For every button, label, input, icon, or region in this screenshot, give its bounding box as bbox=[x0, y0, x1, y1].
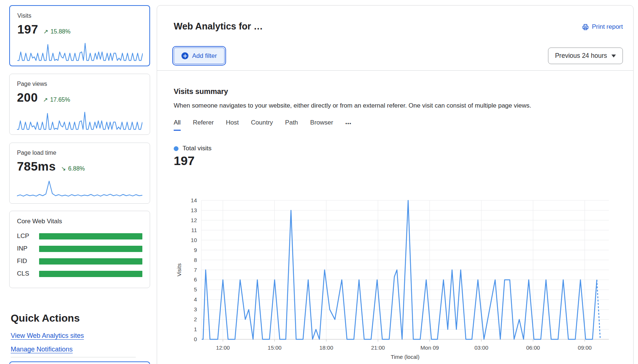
svg-text:06:00: 06:00 bbox=[526, 344, 540, 351]
stat-card-page-load-time[interactable]: Page load time 785ms ↘ 6.88% bbox=[9, 143, 150, 204]
page-views-sparkline bbox=[17, 111, 142, 130]
svg-text:0: 0 bbox=[194, 336, 197, 342]
vital-label: FID bbox=[17, 258, 39, 265]
tab-browser[interactable]: Browser bbox=[310, 119, 333, 131]
trend-percent: 15.88% bbox=[51, 28, 70, 35]
svg-text:11: 11 bbox=[191, 227, 197, 233]
tab-country[interactable]: Country bbox=[251, 119, 273, 131]
time-range-label: Previous 24 hours bbox=[555, 52, 607, 60]
tab-path[interactable]: Path bbox=[285, 119, 298, 131]
svg-text:3: 3 bbox=[194, 306, 197, 312]
svg-text:Visits: Visits bbox=[176, 263, 182, 277]
stat-card-trend: ↗ 15.88% bbox=[44, 28, 71, 35]
trend-down-icon: ↘ bbox=[61, 165, 66, 172]
vital-bar-lcp bbox=[39, 233, 142, 239]
stat-card-trend: ↗ 17.65% bbox=[43, 96, 70, 103]
core-web-vitals-card: Core Web Vitals LCP INP FID CLS bbox=[9, 211, 150, 288]
svg-text:1: 1 bbox=[194, 326, 197, 332]
main-panel: Web Analytics for … Print report Add fil… bbox=[157, 5, 634, 364]
visits-summary-title: Visits summary bbox=[174, 87, 228, 96]
svg-text:10: 10 bbox=[191, 237, 197, 243]
stat-card-value-row: 200 ↗ 17.65% bbox=[17, 91, 142, 105]
divider bbox=[11, 357, 136, 357]
tab-more-ellipsis-icon[interactable]: ••• bbox=[345, 121, 351, 131]
partial-card-top-edge bbox=[9, 361, 150, 364]
svg-text:12: 12 bbox=[191, 217, 197, 223]
vital-label: CLS bbox=[17, 270, 39, 277]
stat-card-value-row: 785ms ↘ 6.88% bbox=[17, 160, 142, 174]
svg-text:5: 5 bbox=[194, 286, 197, 293]
tab-all[interactable]: All bbox=[174, 119, 181, 131]
svg-text:14: 14 bbox=[191, 197, 197, 203]
visits-sparkline bbox=[17, 42, 143, 61]
svg-text:03:00: 03:00 bbox=[474, 344, 488, 351]
stat-card-value-row: 197 ↗ 15.88% bbox=[17, 22, 142, 36]
svg-text:15:00: 15:00 bbox=[268, 344, 282, 351]
plus-circle-icon bbox=[181, 52, 188, 59]
stat-card-label: Visits bbox=[17, 13, 142, 19]
vital-label: INP bbox=[17, 245, 39, 252]
chart-legend: Total visits bbox=[174, 145, 211, 152]
vital-row-lcp: LCP bbox=[17, 232, 142, 240]
vital-row-fid: FID bbox=[17, 258, 142, 265]
visits-line-chart: 0123456789101112131412:0015:0018:0021:00… bbox=[174, 190, 631, 361]
tab-host[interactable]: Host bbox=[226, 119, 239, 131]
printer-icon bbox=[582, 24, 589, 31]
vital-label: LCP bbox=[17, 232, 39, 240]
add-filter-label: Add filter bbox=[192, 52, 217, 60]
print-report-button[interactable]: Print report bbox=[582, 23, 623, 31]
visits-summary-description: When someone navigates to your website, … bbox=[174, 102, 531, 109]
link-view-web-analytics-sites[interactable]: View Web Analytics sites bbox=[11, 332, 84, 340]
svg-text:Mon 09: Mon 09 bbox=[420, 344, 439, 351]
add-filter-button[interactable]: Add filter bbox=[174, 48, 225, 64]
total-visits-value: 197 bbox=[174, 154, 195, 168]
legend-dot-icon bbox=[174, 146, 178, 151]
stat-card-label: Page load time bbox=[17, 150, 142, 156]
trend-percent: 6.88% bbox=[68, 165, 85, 172]
svg-text:9: 9 bbox=[194, 247, 197, 253]
svg-text:12:00: 12:00 bbox=[216, 344, 230, 351]
svg-text:21:00: 21:00 bbox=[371, 344, 385, 351]
page-title: Web Analytics for … bbox=[174, 21, 263, 32]
tab-referer[interactable]: Referer bbox=[193, 119, 214, 131]
link-manage-notifications[interactable]: Manage Notifications bbox=[11, 346, 73, 353]
svg-text:13: 13 bbox=[191, 207, 197, 213]
page-load-time-sparkline bbox=[17, 180, 142, 199]
stat-card-value: 785ms bbox=[17, 160, 56, 174]
svg-text:4: 4 bbox=[194, 296, 197, 302]
quick-actions-title: Quick Actions bbox=[11, 312, 80, 324]
stat-card-visits[interactable]: Visits 197 ↗ 15.88% bbox=[9, 5, 150, 66]
stat-card-page-views[interactable]: Page views 200 ↗ 17.65% bbox=[9, 74, 150, 135]
vital-row-cls: CLS bbox=[17, 270, 142, 277]
divider bbox=[157, 70, 633, 71]
trend-percent: 17.65% bbox=[50, 97, 70, 103]
print-report-label: Print report bbox=[592, 23, 623, 31]
summary-tabs: All Referer Host Country Path Browser ••… bbox=[174, 119, 351, 131]
time-range-dropdown[interactable]: Previous 24 hours bbox=[548, 48, 623, 64]
chevron-down-icon bbox=[611, 55, 616, 57]
svg-text:2: 2 bbox=[194, 316, 197, 322]
stat-card-value: 200 bbox=[17, 91, 38, 105]
svg-text:18:00: 18:00 bbox=[319, 344, 333, 351]
svg-text:7: 7 bbox=[194, 267, 197, 273]
vital-bar-inp bbox=[39, 246, 142, 252]
vital-bar-cls bbox=[39, 271, 142, 277]
stat-card-trend: ↘ 6.88% bbox=[61, 165, 85, 172]
legend-label: Total visits bbox=[183, 145, 211, 152]
vital-bar-fid bbox=[39, 258, 142, 265]
stat-card-label: Page views bbox=[17, 81, 142, 87]
svg-text:8: 8 bbox=[194, 257, 197, 263]
vital-row-inp: INP bbox=[17, 245, 142, 252]
svg-text:Time (local): Time (local) bbox=[391, 354, 420, 360]
svg-text:09:00: 09:00 bbox=[578, 344, 592, 351]
core-web-vitals-title: Core Web Vitals bbox=[17, 218, 142, 225]
trend-up-icon: ↗ bbox=[43, 96, 48, 103]
trend-up-icon: ↗ bbox=[44, 28, 48, 35]
svg-text:6: 6 bbox=[194, 276, 197, 283]
stat-card-value: 197 bbox=[17, 22, 38, 36]
